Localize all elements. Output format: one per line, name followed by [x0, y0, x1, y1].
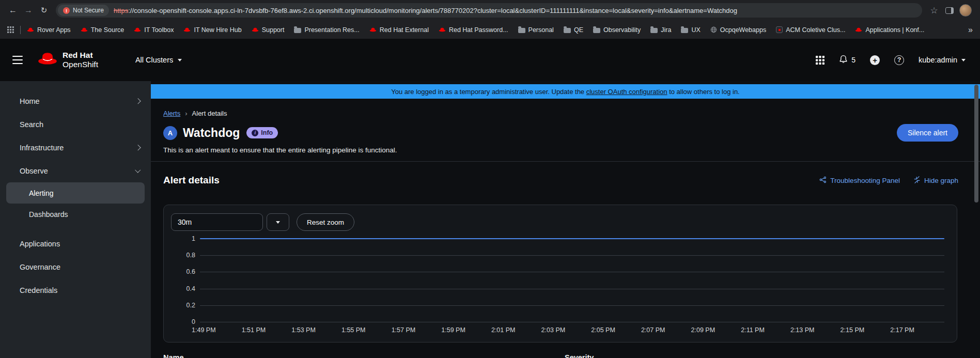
bookmark-label: Rover Apps [37, 26, 71, 34]
time-range-dropdown-button[interactable] [267, 213, 289, 231]
bookmark-item[interactable]: ACM Coletive Clus... [776, 26, 845, 34]
x-tick-label: 1:57 PM [392, 326, 416, 334]
bookmark-item[interactable]: Personal [518, 26, 554, 34]
notification-count: 5 [851, 56, 855, 64]
chevron-down-icon [178, 59, 182, 61]
bookmark-label: Personal [528, 26, 554, 34]
chevron-right-icon [135, 145, 141, 150]
section-title: Alert details [163, 175, 220, 186]
bookmark-label: IT Toolbox [144, 26, 174, 34]
x-tick-label: 1:55 PM [341, 326, 366, 334]
silence-alert-button[interactable]: Silence alert [897, 124, 958, 142]
y-tick-label: 0.4 [186, 285, 195, 292]
x-tick-label: 2:15 PM [841, 326, 865, 334]
x-tick-label: 1:51 PM [242, 326, 266, 334]
bookmark-item[interactable]: IT New Hire Hub [183, 26, 241, 34]
cluster-selector[interactable]: All Clusters [135, 56, 182, 64]
back-button[interactable] [5, 3, 21, 18]
sidebar-item-home[interactable]: Home [0, 89, 151, 113]
x-tick-label: 2:09 PM [691, 326, 715, 334]
bookmark-item[interactable]: UX [681, 26, 700, 34]
address-bar[interactable]: Not Secure https://console-openshift-con… [56, 3, 922, 18]
bookmark-star-button[interactable] [926, 3, 942, 18]
forward-button[interactable] [21, 3, 36, 18]
sidebar-item-credentials[interactable]: Credentials [0, 278, 151, 302]
browser-toolbar: Not Secure https://console-openshift-con… [0, 0, 980, 21]
bookmark-item[interactable]: OcpqeWebapps [710, 26, 766, 34]
name-column-label: Name [163, 353, 184, 358]
sidebar-nav: Home Search Infrastructure Observe Alert… [0, 81, 151, 358]
notifications-button[interactable]: 5 [839, 55, 855, 65]
x-tick-label: 2:01 PM [491, 326, 516, 334]
bookmark-item[interactable]: Red Hat Password... [439, 26, 508, 34]
x-tick-label: 2:03 PM [541, 326, 566, 334]
bell-icon [839, 55, 848, 65]
bookmarks-overflow-button[interactable] [968, 25, 973, 35]
security-chip[interactable]: Not Secure [58, 5, 109, 16]
bookmark-item[interactable]: Jira [650, 26, 671, 34]
app-launcher-icon[interactable] [816, 56, 825, 65]
redhat-icon [27, 27, 34, 33]
bookmark-item[interactable]: Presentation Res... [294, 26, 359, 34]
add-icon[interactable] [870, 55, 880, 65]
help-icon[interactable] [894, 55, 904, 65]
side-panel-icon [945, 7, 954, 14]
cluster-selector-label: All Clusters [135, 56, 173, 64]
browser-window: Not Secure https://console-openshift-con… [0, 0, 980, 358]
bookmark-label: QE [574, 26, 583, 34]
y-tick-label: 0.2 [186, 302, 195, 309]
sidebar-item-applications[interactable]: Applications [0, 232, 151, 255]
severity-label: Info [261, 129, 273, 136]
oauth-config-link[interactable]: cluster OAuth configuration [586, 88, 667, 96]
x-tick-label: 1:49 PM [192, 326, 216, 334]
breadcrumb: Alerts Alert details [163, 110, 980, 117]
troubleshooting-panel-link[interactable]: Troubleshooting Panel [819, 176, 900, 185]
apps-grid-icon[interactable] [7, 26, 14, 33]
bookmark-label: Observability [603, 26, 641, 34]
bookmark-item[interactable]: Applications | Konf... [855, 26, 924, 34]
sidebar-item-infrastructure[interactable]: Infrastructure [0, 136, 151, 159]
hide-graph-link[interactable]: Hide graph [913, 176, 958, 185]
bookmark-item[interactable]: QE [564, 26, 583, 34]
chart-toolbar: 30m Reset zoom [171, 213, 950, 231]
bookmark-label: Applications | Konf... [865, 26, 924, 34]
reset-zoom-button[interactable]: Reset zoom [297, 213, 354, 231]
alert-resource-badge: A [163, 126, 177, 140]
breadcrumb-alerts-link[interactable]: Alerts [163, 110, 180, 117]
not-secure-icon [63, 7, 70, 14]
alert-details-section-header: Alert details Troubleshooting Panel Hide… [163, 175, 958, 186]
bookmark-item[interactable]: The Source [81, 26, 125, 34]
side-panel-button[interactable] [942, 3, 957, 18]
alert-chart: 1 0.8 0.6 0.4 0.2 0 [200, 239, 944, 322]
security-label: Not Secure [73, 7, 104, 14]
refresh-button[interactable] [36, 3, 52, 18]
sidebar-item-dashboards[interactable]: Dashboards [6, 204, 145, 225]
scrollbar[interactable] [974, 85, 978, 203]
y-tick-label: 1 [192, 235, 195, 242]
gridline [200, 322, 944, 322]
nav-toggle-button[interactable] [12, 56, 23, 64]
bookmarks-bar: Rover Apps The Source IT Toolbox IT New … [0, 21, 980, 39]
x-tick-label: 2:13 PM [790, 326, 815, 334]
y-tick-label: 0.8 [186, 252, 195, 259]
browser-profile-avatar[interactable] [959, 4, 972, 17]
bookmark-item[interactable]: Support [252, 26, 285, 34]
user-menu[interactable]: kube:admin [919, 56, 966, 64]
bookmark-label: OcpqeWebapps [720, 26, 766, 34]
severity-column-label: Severity [565, 353, 594, 358]
time-range-input[interactable]: 30m [171, 213, 263, 231]
bookmark-label: IT New Hire Hub [194, 26, 241, 34]
redhat-icon [81, 27, 88, 33]
url-scheme: https [114, 7, 128, 14]
gridline [200, 272, 944, 272]
bookmark-item[interactable]: Rover Apps [27, 26, 71, 34]
bookmark-item[interactable]: IT Toolbox [134, 26, 174, 34]
bookmark-item[interactable]: Observability [593, 26, 641, 34]
x-tick-label: 2:17 PM [890, 326, 914, 334]
sidebar-item-observe[interactable]: Observe [0, 159, 151, 182]
sidebar-item-search[interactable]: Search [0, 113, 151, 136]
sidebar-item-governance[interactable]: Governance [0, 255, 151, 278]
sidebar-item-alerting[interactable]: Alerting [6, 182, 145, 204]
bookmark-item[interactable]: Red Hat External [369, 26, 429, 34]
bookmark-label: Presentation Res... [304, 26, 359, 34]
